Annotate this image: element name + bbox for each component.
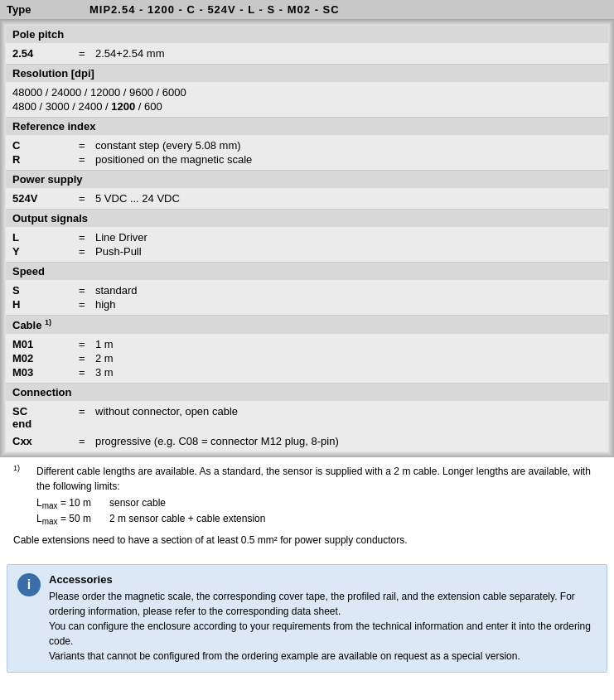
footnote-row: 1) Different cable lengths are available… — [13, 464, 601, 494]
section-header-resolution: Resolution [dpi] — [6, 65, 608, 82]
desc-speed-h: high — [95, 298, 602, 311]
desc-conn-sc: without connector, open cable — [95, 405, 602, 430]
section-header-output-signals: Output signals — [6, 210, 608, 227]
row-524v: 524V = 5 VDC ... 24 VDC — [12, 191, 602, 205]
section-cable: Cable 1) M01 = 1 m M02 — [6, 316, 608, 384]
section-header-power-supply: Power supply — [6, 171, 608, 188]
eq-output-y: = — [79, 245, 95, 258]
lmax-val-50m: 2 m sensor cable + cable extension — [109, 513, 265, 526]
code-524v: 524V — [12, 192, 79, 205]
section-body-output-signals: L = Line Driver Y = Push-Pull — [6, 227, 608, 262]
code-output-l: L — [12, 231, 79, 244]
info-content: Accessories Please order the magnetic sc… — [49, 573, 597, 664]
section-body-speed: S = standard H = high — [6, 280, 608, 315]
section-header-connection: Connection — [6, 384, 608, 401]
desc-cable-m01: 1 m — [95, 338, 602, 350]
row-254: 2.54 = 2.54+2.54 mm — [12, 46, 602, 60]
nest3: Pole pitch 2.54 = 2.54+2.54 mm — [2, 22, 612, 456]
eq-conn-cxx: = — [79, 435, 95, 447]
desc-ref-r: positioned on the magnetic scale — [95, 153, 602, 166]
main-container: Type MIP2.54 - 1200 - C - 524V - L - S -… — [0, 0, 614, 673]
footnote-extra: Cable extensions need to have a section … — [13, 533, 601, 548]
desc-res2: 4800 / 3000 / 2400 / 1200 / 600 — [12, 100, 602, 113]
section-header-pole-pitch: Pole pitch — [6, 26, 608, 43]
section-header-reference-index: Reference index — [6, 118, 608, 135]
eq-cable-m02: = — [79, 352, 95, 364]
eq-254: = — [79, 47, 95, 60]
desc-ref-c: constant step (every 5.08 mm) — [95, 139, 602, 152]
eq-524v: = — [79, 192, 95, 205]
code-conn-sc: SCend — [12, 405, 79, 430]
section-output-signals: Output signals L = Line Driver — [6, 210, 608, 263]
desc-cable-m03: 3 m — [95, 366, 602, 379]
section-header-speed: Speed — [6, 263, 608, 280]
lmax-row-50m: Lmax = 50 m 2 m sensor cable + cable ext… — [36, 513, 601, 526]
footnote-section: 1) Different cable lengths are available… — [0, 457, 614, 554]
row-speed-s: S = standard — [12, 283, 602, 297]
section-header-cable: Cable 1) — [6, 316, 608, 334]
footnote-text: Different cable lengths are available. A… — [36, 464, 601, 494]
nest4: Pole pitch 2.54 = 2.54+2.54 mm — [2, 22, 612, 455]
info-icon: i — [17, 573, 41, 596]
row-conn-sc: SCend = without connector, open cable — [12, 404, 602, 431]
desc-output-l: Line Driver — [95, 231, 602, 244]
code-speed-h: H — [12, 298, 79, 311]
eq-speed-h: = — [79, 298, 95, 311]
type-code: MIP2.54 - 1200 - C - 524V - L - S - M02 … — [89, 3, 340, 16]
cable-sup: 1) — [45, 318, 51, 326]
eq-cable-m01: = — [79, 338, 95, 350]
section-reference-index: Reference index C = constant step (every… — [6, 118, 608, 171]
type-row: Type MIP2.54 - 1200 - C - 524V - L - S -… — [0, 0, 614, 20]
row-cable-m01: M01 = 1 m — [12, 337, 602, 351]
code-ref-r: R — [12, 153, 79, 166]
row-ref-c: C = constant step (every 5.08 mm) — [12, 138, 602, 152]
code-cable-m01: M01 — [12, 338, 79, 350]
row-res1: 48000 / 24000 / 12000 / 9600 / 6000 — [12, 85, 602, 99]
footnote-num: 1) — [13, 464, 30, 494]
info-title: Accessories — [49, 573, 597, 586]
row-res2: 4800 / 3000 / 2400 / 1200 / 600 — [12, 99, 602, 113]
eq-output-l: = — [79, 231, 95, 244]
desc-cable-m02: 2 m — [95, 352, 602, 364]
section-body-power-supply: 524V = 5 VDC ... 24 VDC — [6, 188, 608, 209]
desc-conn-cxx: progressive (e.g. C08 = connector M12 pl… — [95, 435, 602, 447]
section-body-reference-index: C = constant step (every 5.08 mm) R = po… — [6, 135, 608, 170]
nest6: Pole pitch 2.54 = 2.54+2.54 mm — [4, 24, 610, 453]
code-cable-m03: M03 — [12, 366, 79, 379]
desc-res1: 48000 / 24000 / 12000 / 9600 / 6000 — [12, 86, 602, 99]
eq-cable-m03: = — [79, 366, 95, 379]
code-conn-cxx: Cxx — [12, 435, 79, 447]
row-cable-m03: M03 = 3 m — [12, 365, 602, 379]
lmax-label-10m: Lmax = 10 m — [36, 497, 103, 510]
code-output-y: Y — [12, 245, 79, 258]
nest7: Pole pitch 2.54 = 2.54+2.54 mm — [5, 25, 609, 452]
nest5: Pole pitch 2.54 = 2.54+2.54 mm — [3, 23, 611, 454]
section-body-resolution: 48000 / 24000 / 12000 / 9600 / 6000 4800… — [6, 82, 608, 117]
row-conn-cxx: Cxx = progressive (e.g. C08 = connector … — [12, 434, 602, 448]
code-ref-c: C — [12, 139, 79, 152]
desc-output-y: Push-Pull — [95, 245, 602, 258]
row-ref-r: R = positioned on the magnetic scale — [12, 152, 602, 167]
section-body-pole-pitch: 2.54 = 2.54+2.54 mm — [6, 43, 608, 64]
eq-ref-r: = — [79, 153, 95, 166]
nest2: Pole pitch 2.54 = 2.54+2.54 mm — [1, 21, 613, 456]
info-text: Please order the magnetic scale, the cor… — [49, 589, 597, 664]
section-power-supply: Power supply 524V = 5 VDC ... 24 VDC — [6, 171, 608, 210]
row-cable-m02: M02 = 2 m — [12, 351, 602, 365]
row-output-y: Y = Push-Pull — [12, 244, 602, 258]
row-output-l: L = Line Driver — [12, 230, 602, 244]
code-254: 2.54 — [12, 47, 79, 60]
desc-speed-s: standard — [95, 284, 602, 297]
nest1: Pole pitch 2.54 = 2.54+2.54 mm — [0, 20, 614, 457]
lmax-label-50m: Lmax = 50 m — [36, 513, 103, 526]
code-cable-m02: M02 — [12, 352, 79, 364]
row-speed-h: H = high — [12, 297, 602, 311]
type-label: Type — [7, 3, 89, 16]
section-body-cable: M01 = 1 m M02 = 2 m — [6, 334, 608, 383]
lmax-val-10m: sensor cable — [109, 497, 166, 510]
desc-254: 2.54+2.54 mm — [95, 47, 602, 60]
section-speed: Speed S = standard H — [6, 263, 608, 316]
section-resolution: Resolution [dpi] 48000 / 24000 / 12000 /… — [6, 65, 608, 118]
info-box: i Accessories Please order the magnetic … — [7, 564, 607, 673]
desc-524v: 5 VDC ... 24 VDC — [95, 192, 602, 205]
